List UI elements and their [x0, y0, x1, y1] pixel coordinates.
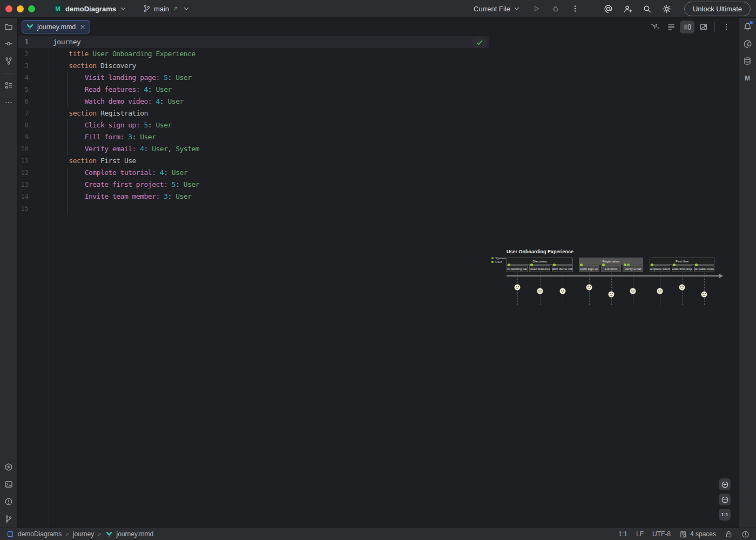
more-tools-button[interactable]: [0, 94, 18, 111]
inspect-document-icon: [679, 530, 687, 538]
line-number: 3: [18, 60, 49, 72]
ai-assistant-tool-button[interactable]: [739, 35, 756, 52]
code-line-9[interactable]: 9 Fill form: 3: User: [18, 131, 489, 143]
code-line-2[interactable]: 2 title User Onboarding Experience: [18, 48, 489, 60]
indent-style[interactable]: 4 spaces: [679, 530, 716, 538]
code-line-4[interactable]: 4 Visit landing page: 5: User: [18, 72, 489, 84]
score-face: [559, 288, 566, 294]
notifications-status-button[interactable]: [741, 530, 750, 538]
settings-button[interactable]: [659, 2, 674, 16]
code-line-12[interactable]: 12 Complete tutorial: 4: User: [18, 167, 489, 179]
more-actions-button[interactable]: [568, 2, 583, 16]
line-separator[interactable]: LF: [636, 530, 644, 538]
add-user-button[interactable]: [620, 2, 636, 16]
code-line-1[interactable]: 1journey: [18, 36, 489, 48]
version-control-tool-button[interactable]: [0, 510, 18, 528]
code-text: journey: [49, 36, 80, 48]
database-tool-button[interactable]: [739, 52, 756, 70]
tab-journey-mmd[interactable]: journey.mmd: [22, 20, 90, 33]
diagram-task: Verify email: [623, 265, 643, 272]
zoom-in-button[interactable]: [719, 478, 731, 490]
task-actor-dot: [673, 264, 676, 266]
code-line-11[interactable]: 11 section First Use: [18, 155, 489, 167]
line-number: 9: [18, 131, 49, 143]
tab-label: journey.mmd: [37, 23, 76, 31]
file-encoding[interactable]: UTF-8: [652, 530, 671, 538]
status-bar: demoDiagrams > journey > journey.mmd 1:1…: [0, 528, 756, 540]
preview-only-view-button[interactable]: [696, 21, 711, 33]
terminal-icon: [4, 480, 13, 489]
breadcrumb-file[interactable]: journey.mmd: [117, 530, 153, 538]
code-text: Watch demo video: 4: User: [49, 96, 184, 107]
zoom-out-button[interactable]: [719, 494, 731, 505]
preview-mode-toolbar: ?: [647, 21, 733, 33]
stripe-divider: [3, 73, 14, 73]
maximize-window-button[interactable]: [28, 5, 35, 12]
task-actor-dot: [602, 264, 605, 266]
code-line-15[interactable]: 15: [18, 202, 489, 214]
run-button[interactable]: [529, 2, 544, 16]
pull-requests-tool-button[interactable]: [0, 52, 18, 70]
code-line-14[interactable]: 14 Invite team member: 3: User: [18, 191, 489, 202]
code-line-10[interactable]: 10 Verify email: 4: User, System: [18, 143, 489, 155]
services-tool-button[interactable]: [0, 458, 18, 476]
run-configuration-selector[interactable]: Current File: [470, 3, 524, 15]
notifications-button[interactable]: [739, 18, 756, 35]
mermaid-help-button[interactable]: ?: [647, 21, 662, 33]
close-window-button[interactable]: [5, 5, 12, 12]
legend-actor-dot: [491, 257, 494, 259]
split-view-button[interactable]: [680, 21, 694, 33]
code-line-3[interactable]: 3 section Discovery: [18, 60, 489, 72]
diagram-title: User Onboarding Experience: [507, 249, 573, 254]
breadcrumb-project[interactable]: demoDiagrams: [18, 530, 62, 538]
debug-button[interactable]: [548, 2, 563, 16]
code-editor[interactable]: 1journey2 title User Onboarding Experien…: [18, 36, 489, 528]
code-text: Complete tutorial: 4: User: [49, 167, 187, 179]
file-lock-toggle[interactable]: [725, 530, 733, 538]
diagram-preview-pane[interactable]: User Onboarding ExperienceSystemUserDisc…: [489, 36, 738, 528]
commit-tool-button[interactable]: [0, 35, 18, 52]
project-widget[interactable]: M demoDiagrams: [49, 2, 131, 15]
code-line-13[interactable]: 13 Create first project: 5: User: [18, 179, 489, 191]
minimize-window-button[interactable]: [17, 5, 24, 12]
line-number: 12: [18, 167, 49, 179]
zoom-reset-button[interactable]: 1:1: [719, 509, 731, 521]
branch-widget[interactable]: main: [139, 3, 194, 15]
project-tool-button[interactable]: [0, 18, 18, 35]
diagram-task: Visit landing page: [507, 265, 528, 272]
incoming-changes-icon: [172, 5, 179, 12]
editor-more-options-button[interactable]: [719, 21, 733, 33]
ai-assistant-icon: [743, 39, 752, 49]
inspections-widget[interactable]: [472, 37, 487, 48]
code-text: Verify email: 4: User, System: [49, 143, 199, 155]
unlock-ultimate-button[interactable]: Unlock Ultimate: [684, 2, 751, 16]
notification-badge: [750, 21, 753, 24]
structure-tool-button[interactable]: [0, 77, 18, 94]
code-line-5[interactable]: 5 Read features: 4: User: [18, 84, 489, 96]
caret-position[interactable]: 1:1: [618, 530, 627, 538]
right-tool-stripe: M: [738, 18, 756, 528]
code-line-7[interactable]: 7 section Registration: [18, 107, 489, 119]
breadcrumb-folder[interactable]: journey: [73, 530, 94, 538]
score-face: [630, 288, 636, 294]
vcs-fork-icon: [4, 57, 13, 65]
line-number: 2: [18, 48, 49, 60]
line-number: 10: [18, 143, 49, 155]
close-icon: [79, 23, 86, 31]
preview-only-icon: [699, 23, 708, 31]
kebab-icon: [571, 4, 579, 13]
mermaid-tool-button[interactable]: M: [739, 70, 756, 87]
search-everywhere-button[interactable]: [640, 2, 655, 16]
code-line-8[interactable]: 8 Click sign up: 5: User: [18, 119, 489, 131]
diagram-task: Watch demo video: [552, 265, 573, 272]
run-icon: [532, 4, 541, 13]
editor-only-view-button[interactable]: [664, 21, 678, 33]
help-mark: ?: [657, 26, 659, 31]
close-tab-button[interactable]: [79, 23, 86, 31]
task-actor-dot: [580, 264, 583, 266]
problems-tool-button[interactable]: [0, 493, 18, 510]
terminal-tool-button[interactable]: [0, 476, 18, 493]
code-with-me-button[interactable]: [601, 2, 616, 16]
code-line-6[interactable]: 6 Watch demo video: 4: User: [18, 96, 489, 107]
line-number: 7: [18, 107, 49, 119]
